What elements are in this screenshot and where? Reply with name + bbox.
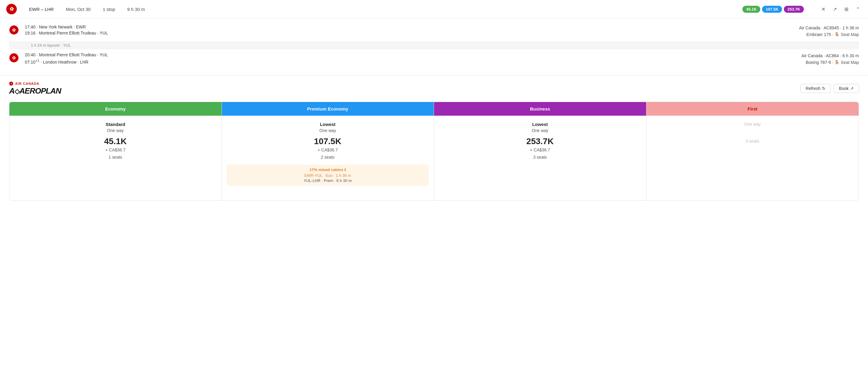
seat-map-link-2[interactable]: 🪑 Seat Map [834,60,859,65]
fare-seats-zero-first: 0 seats [651,139,854,144]
fare-body-business: Lowest One way 253.7K + CA$36.7 3 seats [434,116,646,201]
refresh-button[interactable]: Refresh ↻ [801,84,831,93]
badge-group: 45.1K 107.5K 253.7K [742,6,804,13]
svg-text:✿: ✿ [12,28,16,32]
fare-header-first: First [647,102,859,116]
fare-points-business: 253.7K [439,137,641,146]
fare-way-business: One way [439,128,641,133]
fare-cash-business: + CA$36.7 [439,147,641,152]
layover-bar: 1 h 24 m layover · YUL [9,41,859,49]
seg2-dep: 20:40 · Montreal Pierre Elliott Trudeau … [25,52,801,57]
svg-text:✿: ✿ [10,83,12,85]
fare-header-business: Business [434,102,646,116]
fare-cash-economy: + CA$36.7 [14,147,217,152]
fare-cash-premium: + CA$36.7 [227,147,429,152]
seg1-arr: 19:16 · Montreal Pierre Elliott Trudeau … [25,31,799,35]
header-actions: ✕ ↗ ⊞ ⌃ [819,5,862,13]
fare-header-premium: Premium Economy [222,102,434,116]
flight-header: ✿ EWR – LHR Mon, Oct 30 1 stop 9 h 30 m … [0,0,868,19]
book-button[interactable]: Book ↗ [834,84,859,93]
flight-date: Mon, Oct 30 [66,7,91,12]
fare-tier-premium: Lowest [227,122,429,127]
seg1-dep: 17:40 · New York Newark · EWR [25,25,799,29]
seg1-details: Air Canada · AC8945 · 1 h 36 m Embraer 1… [799,25,859,38]
segment-row-1: ✿ 17:40 · New York Newark · EWR 19:16 · … [9,25,859,38]
fare-way-premium: One way [227,128,429,133]
fare-body-first: One way 0 seats [647,116,859,201]
aeroplan-wordmark: A◇AEROPLAN [9,86,61,96]
badge-business: 253.7K [784,6,804,13]
air-canada-logo-small: ✿ [9,82,13,86]
svg-text:✿: ✿ [10,6,14,11]
fare-tier-economy: Standard [14,122,217,127]
aeroplan-header: ✿ AIR CANADA A◇AEROPLAN Refresh ↻ Book ↗ [9,82,859,96]
fare-seats-business: 3 seats [439,155,641,159]
mixed-cabin-eco: EWR-YUL · Eco · 1 h 36 m [231,173,425,178]
badge-premium: 107.5K [762,6,782,13]
fare-grid: Economy Standard One way 45.1K + CA$36.7… [9,102,859,201]
fare-column-economy: Economy Standard One way 45.1K + CA$36.7… [9,102,222,201]
fare-column-premium: Premium Economy Lowest One way 107.5K + … [222,102,434,201]
badge-economy: 45.1K [742,6,760,13]
airline-logo-seg1: ✿ [9,25,19,35]
fare-seats-premium: 2 seats [227,155,429,159]
fare-header-economy: Economy [9,102,221,116]
seg2-details: Air Canada · AC864 · 6 h 30 m Boeing 787… [801,52,859,66]
airline-logo-header: ✿ [6,4,17,14]
aeroplan-actions: Refresh ↻ Book ↗ [801,84,859,93]
collapse-icon[interactable]: ⌃ [854,5,862,13]
fare-oneway-first: One way [651,122,854,126]
airline-logo-seg2: ✿ [9,53,19,63]
fare-body-economy: Standard One way 45.1K + CA$36.7 1 seats [9,116,221,201]
share-icon[interactable]: ↗ [831,5,839,13]
info-icon: ℹ [344,168,346,172]
fare-body-premium: Lowest One way 107.5K + CA$36.7 2 seats … [222,116,434,201]
fare-points-economy: 45.1K [14,137,217,146]
segments-container: ✿ 17:40 · New York Newark · EWR 19:16 · … [0,19,868,76]
flight-duration: 9 h 30 m [127,7,145,12]
flight-route: EWR – LHR [29,7,54,12]
svg-text:✿: ✿ [12,55,16,60]
segment-row-2: ✿ 20:40 · Montreal Pierre Elliott Trudea… [9,52,859,66]
mixed-cabin-prem: YUL-LHR · Prem · 6 h 30 m [231,178,425,183]
fare-seats-economy: 1 seats [14,155,217,159]
segment-2-times: 20:40 · Montreal Pierre Elliott Trudeau … [25,52,801,66]
flight-stops: 1 stop [102,7,115,12]
close-icon[interactable]: ✕ [819,5,828,13]
aeroplan-section: ✿ AIR CANADA A◇AEROPLAN Refresh ↻ Book ↗… [0,76,868,201]
segment-1-times: 17:40 · New York Newark · EWR 19:16 · Mo… [25,25,799,37]
fare-way-economy: One way [14,128,217,133]
add-icon[interactable]: ⊞ [842,5,850,13]
seat-map-link-1[interactable]: 🪑 Seat Map [834,32,859,37]
fare-tier-business: Lowest [439,122,641,127]
seg2-arr: 07:10+1 · London Heathrow · LHR [25,58,801,64]
mixed-cabin-box: 17% mixed cabins ℹ EWR-YUL · Eco · 1 h 3… [227,164,429,186]
fare-column-business: Business Lowest One way 253.7K + CA$36.7… [434,102,647,201]
aeroplan-logo: ✿ AIR CANADA A◇AEROPLAN [9,82,61,96]
mixed-cabin-title: 17% mixed cabins ℹ [231,168,425,172]
fare-column-first: First One way 0 seats [647,102,859,201]
fare-points-premium: 107.5K [227,137,429,146]
